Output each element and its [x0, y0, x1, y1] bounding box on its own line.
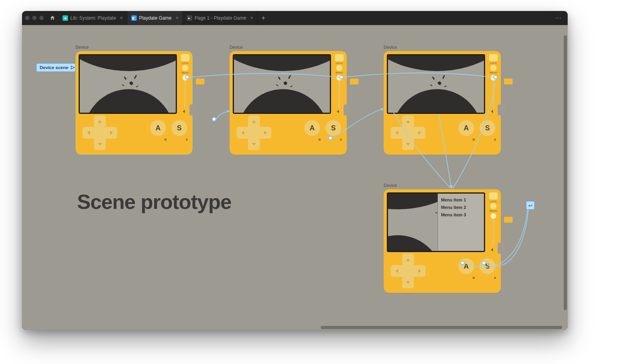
volume-slider[interactable]	[493, 214, 494, 247]
dpad[interactable]	[391, 115, 425, 150]
tab-page1-playdate-game[interactable]: ▸ Page 1 - Playdate Game ×	[183, 11, 257, 25]
component-icon: ◈	[63, 15, 68, 21]
s-button[interactable]: SA	[326, 120, 341, 136]
traffic-close[interactable]	[25, 16, 29, 20]
traffic-zoom[interactable]	[39, 16, 44, 20]
scene-title[interactable]: Scene prototype	[77, 190, 231, 214]
crank-arm[interactable]	[504, 79, 513, 84]
lock-button[interactable]	[489, 54, 498, 61]
lock-label: LOCK	[334, 62, 344, 64]
menu-button[interactable]	[336, 65, 342, 71]
tab-label: Page 1 - Playdate Game	[195, 15, 246, 21]
ab-buttons: AB SA	[458, 258, 495, 274]
horizontal-scrollbar[interactable]	[321, 326, 562, 329]
a-button[interactable]: AB	[304, 120, 320, 136]
tab-strip: ◈ Lib: System: Playdate × ◧ Playdate Gam…	[59, 11, 269, 25]
lock-label: LOCK	[488, 62, 498, 64]
traffic-minimize[interactable]	[32, 16, 37, 20]
s-button[interactable]: SA	[480, 258, 495, 274]
lock-button[interactable]	[489, 192, 498, 199]
tab-lib-system-playdate[interactable]: ◈ Lib: System: Playdate ×	[59, 11, 127, 25]
device-side-controls: LOCK MENU	[180, 54, 190, 114]
prototype-hotspot[interactable]	[212, 117, 216, 121]
flow-badge-label: Device scene	[40, 65, 68, 70]
home-icon[interactable]	[48, 13, 57, 23]
device-frame-4[interactable]: Menu item 1 Menu item 2 Menu item 3 LOCK…	[384, 189, 501, 293]
menu-label: MENU	[488, 210, 498, 212]
new-tab-button[interactable]: +	[257, 11, 269, 25]
device-side-controls: LOCK MENU	[488, 192, 498, 252]
lock-label: LOCK	[180, 62, 190, 64]
crank-hub[interactable]	[344, 104, 351, 115]
a-button[interactable]: AB	[458, 120, 474, 136]
prototype-hotspot[interactable]	[460, 261, 465, 265]
dpad[interactable]	[237, 115, 271, 150]
prototype-hotspot[interactable]	[482, 261, 486, 265]
frame-label[interactable]: Device	[384, 45, 397, 49]
crank-hub[interactable]	[189, 104, 197, 115]
device-frame-1[interactable]: LOCK MENU AB SA	[75, 51, 193, 155]
file-icon: ◧	[131, 15, 137, 21]
s-button[interactable]: SA	[480, 120, 495, 136]
menu-panel: Menu item 1 Menu item 2 Menu item 3	[438, 194, 484, 251]
window-controls[interactable]	[25, 16, 44, 20]
device-screen	[387, 54, 485, 114]
device-frame-3[interactable]: LOCK MENU AB SA	[384, 51, 501, 155]
menu-item[interactable]: Menu item 1	[441, 198, 481, 202]
volume-slider[interactable]	[338, 76, 340, 108]
menu-item[interactable]: Menu item 2	[441, 205, 481, 210]
crank-hub[interactable]	[498, 243, 505, 254]
a-button[interactable]: AB	[150, 120, 166, 136]
a-button[interactable]: AB	[458, 258, 474, 274]
speaker-icon	[491, 248, 493, 251]
lock-button[interactable]	[335, 54, 344, 61]
device-screen	[233, 54, 331, 114]
prototype-hotspot[interactable]	[185, 75, 189, 79]
vertical-scrollbar[interactable]	[564, 35, 567, 310]
s-button[interactable]: SA	[171, 120, 187, 136]
crank-arm[interactable]	[504, 217, 513, 223]
menu-item[interactable]: Menu item 3	[441, 212, 481, 217]
crank-hub[interactable]	[498, 104, 505, 115]
prototype-hotspot[interactable]	[339, 75, 344, 79]
volume-slider[interactable]	[184, 76, 186, 108]
play-outline-icon	[71, 66, 75, 70]
device-side-controls: LOCK MENU	[488, 54, 498, 114]
menu-button[interactable]	[490, 203, 497, 209]
ab-buttons: AB SA	[304, 120, 341, 136]
prototype-hotspot[interactable]	[493, 75, 498, 79]
menu-label: MENU	[334, 71, 344, 74]
device-screen: Menu item 1 Menu item 2 Menu item 3	[387, 192, 485, 252]
prototype-back-badge[interactable]: ↩	[526, 201, 535, 210]
speaker-icon	[337, 110, 339, 113]
menu-button[interactable]	[182, 65, 188, 71]
menu-label: MENU	[180, 71, 190, 74]
tab-label: Lib: System: Playdate	[70, 15, 116, 21]
tab-playdate-game[interactable]: ◧ Playdate Game ×	[127, 11, 183, 25]
overflow-menu-icon[interactable]: ⋯	[555, 14, 565, 22]
design-canvas[interactable]: Device Device Device Device Device scene…	[22, 25, 568, 330]
menu-label: MENU	[488, 71, 498, 74]
close-icon[interactable]: ×	[250, 15, 253, 21]
frame-label[interactable]: Device	[75, 45, 89, 49]
ab-buttons: AB SA	[150, 120, 187, 136]
menu-button[interactable]	[490, 65, 497, 71]
app-window: ◈ Lib: System: Playdate × ◧ Playdate Gam…	[22, 11, 568, 330]
prototype-hotspot[interactable]	[328, 136, 333, 140]
lock-button[interactable]	[181, 54, 189, 61]
frame-label[interactable]: Device	[384, 183, 397, 188]
titlebar: ◈ Lib: System: Playdate × ◧ Playdate Gam…	[22, 11, 568, 25]
speaker-icon	[183, 110, 185, 113]
play-icon: ▸	[187, 15, 192, 21]
crank-arm[interactable]	[196, 79, 204, 84]
dpad[interactable]	[83, 115, 117, 150]
dpad[interactable]	[391, 254, 425, 288]
close-icon[interactable]: ×	[120, 15, 123, 21]
device-side-controls: LOCK MENU	[334, 54, 344, 114]
prototype-start-badge[interactable]: Device scene	[36, 63, 78, 72]
frame-label[interactable]: Device	[230, 45, 243, 49]
close-icon[interactable]: ×	[175, 15, 178, 21]
tab-label: Playdate Game	[139, 15, 172, 21]
crank-arm[interactable]	[350, 79, 359, 84]
volume-slider[interactable]	[493, 76, 494, 108]
